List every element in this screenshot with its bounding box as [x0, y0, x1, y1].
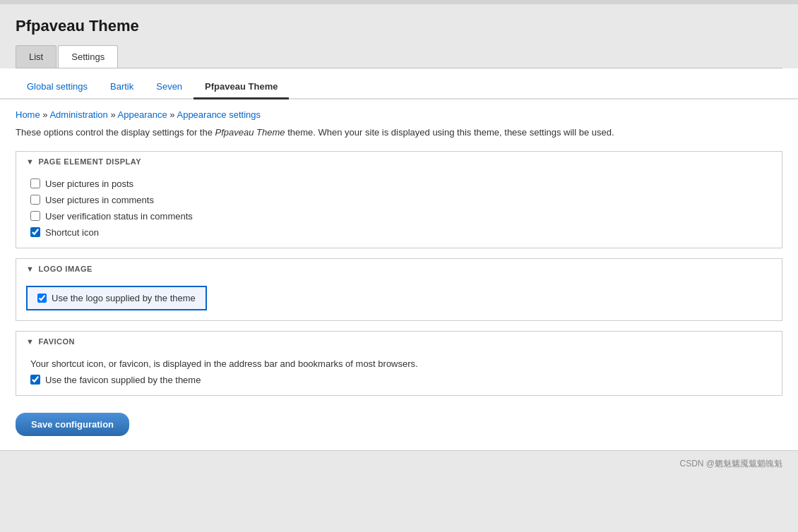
user-pictures-comments-checkbox[interactable] [30, 195, 40, 205]
logo-section-body: Use the logo supplied by the theme [16, 279, 782, 320]
user-pictures-posts-label: User pictures in posts [45, 179, 133, 189]
sub-tab-global-settings[interactable]: Global settings [16, 75, 99, 99]
checkbox-user-pictures-comments: User pictures in comments [30, 195, 768, 205]
logo-label: Use the logo supplied by the theme [52, 293, 196, 303]
save-configuration-button[interactable]: Save configuration [16, 413, 129, 436]
breadcrumb-sep3: » [169, 109, 174, 120]
user-verification-label: User verification status in comments [45, 211, 193, 222]
page-element-body: User pictures in posts User pictures in … [16, 171, 782, 248]
favicon-checkbox-row: Use the favicon supplied by the theme [30, 375, 768, 385]
logo-image-section: ▼ LOGO IMAGE Use the logo supplied by th… [16, 258, 782, 321]
user-pictures-posts-checkbox[interactable] [30, 179, 40, 188]
shortcut-icon-checkbox[interactable] [30, 227, 40, 237]
checkbox-shortcut-icon: Shortcut icon [30, 227, 768, 238]
main-tabs: List Settings [16, 45, 782, 68]
logo-checkbox[interactable] [37, 294, 47, 303]
breadcrumb-home[interactable]: Home [16, 109, 40, 120]
page-element-display-header: ▼ PAGE ELEMENT DISPLAY [16, 152, 782, 171]
favicon-header: ▼ FAVICON [16, 332, 782, 351]
sub-tabs: Global settings Bartik Seven Pfpaveau Th… [0, 68, 798, 99]
logo-image-header: ▼ LOGO IMAGE [16, 259, 782, 279]
logo-highlight-box: Use the logo supplied by the theme [26, 286, 207, 310]
favicon-triangle-icon: ▼ [26, 337, 34, 346]
page-title: Pfpaveau Theme [16, 17, 782, 35]
breadcrumb-appearance[interactable]: Appearance [118, 109, 167, 120]
breadcrumb-appearance-settings[interactable]: Appearance settings [177, 109, 261, 120]
sub-tab-pfpaveau[interactable]: Pfpaveau Theme [193, 75, 289, 99]
tab-list[interactable]: List [16, 45, 56, 68]
page-element-display-section: ▼ PAGE ELEMENT DISPLAY User pictures in … [16, 151, 782, 248]
user-pictures-comments-label: User pictures in comments [45, 195, 154, 205]
breadcrumb-admin[interactable]: Administration [49, 109, 107, 120]
breadcrumb-sep1: » [42, 109, 47, 120]
sub-tab-seven[interactable]: Seven [145, 75, 193, 99]
favicon-checkbox[interactable] [30, 375, 40, 385]
breadcrumb: Home » Administration » Appearance » App… [16, 109, 782, 120]
favicon-label: Use the favicon supplied by the theme [45, 375, 201, 385]
shortcut-icon-label: Shortcut icon [45, 227, 99, 238]
sub-tab-bartik[interactable]: Bartik [99, 75, 145, 99]
footer: CSDN @魍魅魑魇魃魈魄魁 [0, 450, 798, 477]
theme-description: These options control the display settin… [16, 126, 782, 140]
checkbox-user-pictures-posts: User pictures in posts [30, 179, 768, 189]
favicon-section: ▼ FAVICON Your shortcut icon, or favicon… [16, 331, 782, 396]
breadcrumb-sep2: » [110, 109, 115, 120]
favicon-body: Your shortcut icon, or favicon, is displ… [16, 351, 782, 395]
section-triangle-icon: ▼ [26, 157, 34, 166]
checkbox-user-verification: User verification status in comments [30, 211, 768, 222]
user-verification-checkbox[interactable] [30, 211, 40, 221]
footer-watermark: CSDN @魍魅魑魇魃魈魄魁 [679, 458, 782, 470]
tab-settings[interactable]: Settings [58, 45, 118, 68]
logo-triangle-icon: ▼ [26, 265, 34, 273]
favicon-description: Your shortcut icon, or favicon, is displ… [30, 358, 768, 369]
